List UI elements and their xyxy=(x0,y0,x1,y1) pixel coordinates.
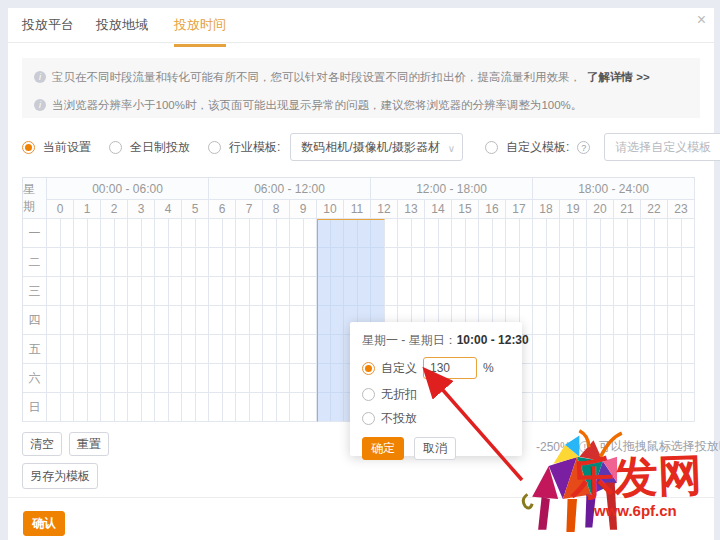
schedule-cell[interactable] xyxy=(452,248,466,277)
schedule-cell[interactable] xyxy=(223,248,237,277)
schedule-cell[interactable] xyxy=(47,248,61,277)
schedule-cell[interactable] xyxy=(169,248,183,277)
schedule-cell[interactable] xyxy=(344,219,358,248)
schedule-cell[interactable] xyxy=(128,219,142,248)
schedule-cell[interactable] xyxy=(425,219,439,248)
schedule-cell[interactable] xyxy=(547,335,561,364)
schedule-cell[interactable] xyxy=(655,277,669,306)
schedule-cell[interactable] xyxy=(398,248,412,277)
schedule-cell[interactable] xyxy=(263,219,277,248)
schedule-cell[interactable] xyxy=(587,306,601,335)
schedule-cell[interactable] xyxy=(88,335,102,364)
schedule-cell[interactable] xyxy=(479,277,493,306)
schedule-cell[interactable] xyxy=(155,277,169,306)
schedule-cell[interactable] xyxy=(439,219,453,248)
schedule-cell[interactable] xyxy=(385,248,399,277)
schedule-cell[interactable] xyxy=(88,277,102,306)
schedule-cell[interactable] xyxy=(412,248,426,277)
schedule-cell[interactable] xyxy=(61,219,75,248)
schedule-cell[interactable] xyxy=(182,248,196,277)
schedule-cell[interactable] xyxy=(263,393,277,422)
schedule-cell[interactable] xyxy=(290,364,304,393)
schedule-cell[interactable] xyxy=(115,277,129,306)
schedule-cell[interactable] xyxy=(547,248,561,277)
schedule-cell[interactable] xyxy=(668,364,682,393)
schedule-cell[interactable] xyxy=(628,277,642,306)
day-row-label[interactable]: 六 xyxy=(23,364,47,393)
schedule-cell[interactable] xyxy=(155,335,169,364)
schedule-cell[interactable] xyxy=(641,393,655,422)
schedule-cell[interactable] xyxy=(250,335,264,364)
schedule-cell[interactable] xyxy=(547,393,561,422)
schedule-cell[interactable] xyxy=(142,306,156,335)
schedule-cell[interactable] xyxy=(209,335,223,364)
schedule-cell[interactable] xyxy=(250,364,264,393)
schedule-cell[interactable] xyxy=(250,219,264,248)
schedule-cell[interactable] xyxy=(74,306,88,335)
schedule-cell[interactable] xyxy=(304,219,318,248)
schedule-cell[interactable] xyxy=(655,335,669,364)
tab-delivery-region[interactable]: 投放地域 xyxy=(96,16,148,44)
day-row-label[interactable]: 三 xyxy=(23,277,47,306)
schedule-cell[interactable] xyxy=(574,277,588,306)
schedule-cell[interactable] xyxy=(101,364,115,393)
custom-template-select[interactable]: 请选择自定义模板 ∨ xyxy=(604,133,720,161)
schedule-cell[interactable] xyxy=(682,248,696,277)
schedule-cell[interactable] xyxy=(533,277,547,306)
schedule-cell[interactable] xyxy=(560,393,574,422)
schedule-cell[interactable] xyxy=(560,364,574,393)
tab-delivery-platform[interactable]: 投放平台 xyxy=(22,16,74,44)
schedule-cell[interactable] xyxy=(574,248,588,277)
radio-current-settings[interactable] xyxy=(22,141,35,154)
schedule-cell[interactable] xyxy=(358,248,372,277)
radio-custom-discount[interactable] xyxy=(362,362,375,375)
schedule-cell[interactable] xyxy=(533,335,547,364)
schedule-cell[interactable] xyxy=(142,393,156,422)
schedule-cell[interactable] xyxy=(209,219,223,248)
schedule-cell[interactable] xyxy=(587,393,601,422)
schedule-cell[interactable] xyxy=(304,277,318,306)
schedule-cell[interactable] xyxy=(88,364,102,393)
schedule-cell[interactable] xyxy=(641,335,655,364)
schedule-cell[interactable] xyxy=(128,306,142,335)
schedule-cell[interactable] xyxy=(115,248,129,277)
schedule-cell[interactable] xyxy=(628,393,642,422)
schedule-cell[interactable] xyxy=(317,248,331,277)
schedule-cell[interactable] xyxy=(142,277,156,306)
schedule-cell[interactable] xyxy=(371,219,385,248)
schedule-cell[interactable] xyxy=(358,277,372,306)
schedule-cell[interactable] xyxy=(155,393,169,422)
schedule-cell[interactable] xyxy=(641,364,655,393)
schedule-cell[interactable] xyxy=(236,335,250,364)
schedule-cell[interactable] xyxy=(169,364,183,393)
schedule-cell[interactable] xyxy=(290,248,304,277)
schedule-cell[interactable] xyxy=(47,364,61,393)
schedule-cell[interactable] xyxy=(155,364,169,393)
schedule-cell[interactable] xyxy=(331,248,345,277)
schedule-cell[interactable] xyxy=(277,335,291,364)
schedule-cell[interactable] xyxy=(331,335,345,364)
schedule-cell[interactable] xyxy=(601,277,615,306)
schedule-cell[interactable] xyxy=(74,364,88,393)
schedule-cell[interactable] xyxy=(371,277,385,306)
schedule-cell[interactable] xyxy=(628,306,642,335)
schedule-cell[interactable] xyxy=(290,219,304,248)
radio-no-delivery-label[interactable]: 不投放 xyxy=(381,410,417,427)
schedule-cell[interactable] xyxy=(344,248,358,277)
schedule-cell[interactable] xyxy=(614,248,628,277)
schedule-cell[interactable] xyxy=(223,277,237,306)
schedule-cell[interactable] xyxy=(290,335,304,364)
schedule-cell[interactable] xyxy=(547,306,561,335)
radio-no-delivery[interactable] xyxy=(362,412,375,425)
clear-button[interactable]: 清空 xyxy=(22,432,62,456)
schedule-cell[interactable] xyxy=(128,364,142,393)
schedule-cell[interactable] xyxy=(520,277,534,306)
schedule-cell[interactable] xyxy=(182,277,196,306)
schedule-cell[interactable] xyxy=(128,277,142,306)
schedule-cell[interactable] xyxy=(317,219,331,248)
schedule-cell[interactable] xyxy=(88,248,102,277)
radio-custom-template[interactable] xyxy=(485,141,498,154)
schedule-cell[interactable] xyxy=(142,335,156,364)
schedule-cell[interactable] xyxy=(533,364,547,393)
schedule-cell[interactable] xyxy=(668,393,682,422)
